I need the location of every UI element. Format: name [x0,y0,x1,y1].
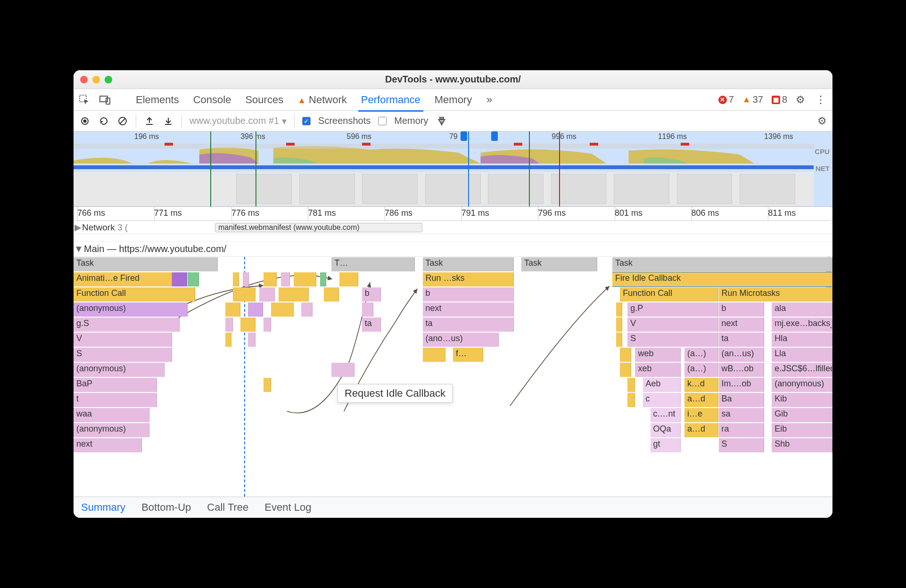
flame-bar[interactable] [248,333,255,347]
flame-bar[interactable] [188,272,199,286]
flame-bar[interactable] [243,272,249,286]
flame-bar[interactable]: Aeb [643,378,681,392]
flame-bar[interactable]: a…d [684,423,718,437]
overview[interactable]: 196 ms396 ms596 ms79996 ms1196 ms1396 ms… [74,131,832,207]
flame-bar[interactable]: Task [612,257,832,271]
details-tab-bottom-up[interactable]: Bottom-Up [141,501,191,514]
flame-bar[interactable]: waa [74,408,149,422]
tab-memory[interactable]: Memory [432,94,475,106]
flame-bar[interactable] [301,302,313,317]
flame-bar[interactable] [331,363,354,377]
flame-bar[interactable]: wB.…ob [719,363,765,377]
flame-bar[interactable] [248,302,263,317]
flame-bar[interactable] [620,348,631,362]
flame-bar[interactable]: Gib [772,408,832,422]
flame-bar[interactable]: next [423,302,514,317]
flame-bar[interactable]: (anonymous) [772,378,832,392]
filmstrip-frame[interactable] [299,174,355,204]
record-icon[interactable] [79,115,91,127]
flame-bar[interactable]: Lla [772,348,832,362]
flame-bar[interactable] [225,302,240,317]
flame-bar[interactable] [281,272,290,286]
flame-bar[interactable]: f… [453,348,483,362]
flame-bar[interactable]: S [719,438,765,452]
flame-bar[interactable] [294,272,316,286]
flame-chart[interactable]: Request Idle Callback TaskT…TaskTaskTask… [74,257,832,497]
flame-bar[interactable]: V [627,318,718,332]
flame-bar[interactable] [616,302,622,317]
flame-bar[interactable]: Run Microtasks [719,287,833,302]
select-element-icon[interactable] [78,94,91,106]
flame-bar[interactable]: OQa [651,423,681,437]
flame-bar[interactable]: e.JSC$6…lfilled [772,363,832,377]
flame-bar[interactable]: S [74,348,172,362]
flame-bar[interactable]: i…e [684,408,718,422]
flame-bar[interactable] [225,333,231,347]
flame-bar[interactable]: g.S [74,318,180,332]
collect-garbage-icon[interactable] [436,115,447,127]
flame-bar[interactable]: xeb [635,363,681,377]
flame-bar[interactable]: Task [74,257,218,271]
more-tabs-icon[interactable]: » [483,94,495,106]
details-tab-summary[interactable]: Summary [81,501,125,514]
range-handle-left[interactable] [461,131,467,141]
flame-bar[interactable]: Function Call [620,287,718,302]
flame-bar[interactable]: mj.exe…backs_ [772,318,832,332]
flame-bar[interactable]: Shb [772,438,832,452]
flame-bar[interactable] [240,318,255,332]
flame-bar[interactable] [233,272,239,286]
flame-bar[interactable] [225,318,233,332]
flame-bar[interactable] [616,318,622,332]
flame-bar[interactable]: ta [362,318,381,332]
flame-bar[interactable]: Task [521,257,597,271]
flame-bar[interactable]: Run …sks [423,272,514,286]
flame-bar[interactable] [264,378,271,392]
flame-bar[interactable]: b [362,287,381,302]
flame-bar[interactable] [627,378,635,392]
flame-bar[interactable] [423,348,445,362]
tab-sources[interactable]: Sources [242,94,286,106]
upload-icon[interactable] [144,115,155,127]
flame-bar[interactable] [620,363,631,377]
device-toolbar-icon[interactable] [99,94,111,106]
screenshots-checkbox[interactable]: ✓ [302,117,311,125]
issue-count[interactable]: ▦ 8 [772,94,787,105]
memory-checkbox[interactable]: ✓ [378,117,387,125]
filmstrip-frame[interactable] [236,174,292,204]
flame-bar[interactable]: web [635,348,681,362]
filmstrip-frame[interactable] [677,174,733,204]
flame-bar[interactable]: next [719,318,765,332]
flame-bar[interactable]: Kib [772,393,832,407]
gear-icon[interactable]: ⚙ [796,94,805,106]
flame-bar[interactable]: Animati…e Fired [74,272,172,286]
flame-bar[interactable]: (ano…us) [423,333,499,347]
tab-elements[interactable]: Elements [133,94,182,106]
flame-bar[interactable]: b [719,302,765,317]
flame-bar[interactable]: c [643,393,681,407]
flame-bar[interactable]: S [627,333,718,347]
flame-bar[interactable]: gt [651,438,681,452]
disclose-right-icon[interactable]: ▶ [74,222,82,233]
tab-console[interactable]: Console [190,94,234,106]
network-lane[interactable]: ▶ Network 3 ( manifest.webmanifest (www.… [74,221,832,234]
flame-bar[interactable] [279,287,309,302]
filmstrip-frame[interactable] [362,174,418,204]
flame-bar[interactable]: ta [423,318,514,332]
tab-network[interactable]: ▲ Network [295,94,350,106]
error-count[interactable]: ✕ 7 [718,94,734,105]
flame-bar[interactable] [233,287,255,302]
tab-performance[interactable]: Performance [358,94,423,112]
flame-bar[interactable] [616,333,622,347]
flame-bar[interactable]: (an…us) [719,348,765,362]
flame-bar[interactable]: g.P [627,302,718,317]
main-thread-header[interactable]: ▼ Main — https://www.youtube.com/ [74,242,832,257]
reload-icon[interactable] [98,115,109,127]
download-icon[interactable] [163,115,174,127]
flame-bar[interactable] [362,302,373,317]
profile-select[interactable]: www.youtube.com #1 ▾ [189,115,287,127]
flame-bar[interactable]: ra [719,423,765,437]
perf-settings-gear-icon[interactable]: ⚙ [817,115,827,127]
flame-bar[interactable]: V [74,333,172,347]
flame-bar[interactable]: k…d [684,378,718,392]
flame-bar[interactable]: b [423,287,514,302]
